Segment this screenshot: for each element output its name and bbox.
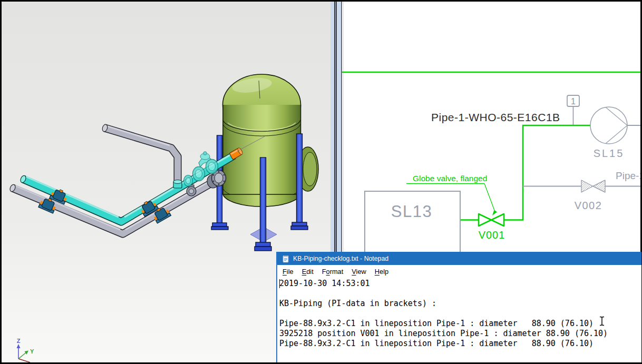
tag-number: 1: [571, 97, 576, 106]
y-axis-label: Y: [30, 348, 34, 355]
leader-arrowhead: [492, 210, 497, 216]
equipment-label: SL13: [391, 202, 432, 221]
ibeam-cursor: [599, 316, 605, 326]
menu-view[interactable]: View: [347, 268, 371, 276]
screenshot-root: Z Y: [0, 0, 642, 364]
notepad-text-line: [279, 289, 641, 299]
valve-v001-label: V001: [479, 229, 505, 241]
tank-leg-right[interactable]: [297, 134, 303, 223]
notepad-window: KB-Piping-checklog.txt - Notepad FileEdi…: [276, 252, 641, 362]
notepad-text-line: [279, 309, 641, 319]
menu-edit[interactable]: Edit: [298, 268, 318, 276]
pipe-line-label: Pipe-1-WHO-65-E16C1B: [431, 111, 560, 123]
notepad-menubar: FileEditFormatViewHelp: [277, 265, 641, 278]
valve-v002-label: V002: [575, 200, 602, 211]
notepad-text-line: Pipe-88.9x3.2-C1 in lineposition Pipe-1 …: [279, 339, 641, 349]
tag-box[interactable]: 1: [567, 95, 579, 125]
menu-format[interactable]: Format: [318, 268, 348, 276]
valve-v002[interactable]: [581, 180, 605, 192]
valve-v001[interactable]: [479, 214, 504, 226]
pid-pipe-green[interactable]: [460, 125, 591, 220]
notepad-text-line: Pipe-88.9x3.2-C1 in lineposition Pipe-1 …: [279, 319, 641, 329]
text-caret: [279, 279, 280, 288]
pipe-tee-fitting[interactable]: [173, 180, 182, 189]
branch-pipe-label: Pipe-1-: [616, 170, 640, 181]
tank-leg-front[interactable]: [260, 158, 266, 243]
notepad-titlebar: KB-Piping-checklog.txt - Notepad: [277, 252, 641, 265]
notepad-title: KB-Piping-checklog.txt - Notepad: [293, 255, 388, 262]
annotation-text: Globe valve, flanged: [413, 174, 487, 183]
pump-label: SL15: [594, 147, 625, 159]
menu-help[interactable]: Help: [371, 268, 393, 276]
notepad-icon: [281, 254, 290, 263]
menu-file[interactable]: File: [278, 268, 298, 276]
notepad-text-line: 3925218 position V001 in lineposition Pi…: [279, 329, 641, 339]
notepad-text-area[interactable]: 2019-10-30 14:53:01KB-Piping (PI-data in…: [277, 278, 641, 349]
notepad-text-line: KB-Piping (PI-data in brackets) :: [279, 299, 641, 309]
pump-symbol[interactable]: [590, 107, 627, 144]
notepad-text-line: 2019-10-30 14:53:01: [279, 279, 641, 289]
z-axis-label: Z: [17, 338, 21, 344]
